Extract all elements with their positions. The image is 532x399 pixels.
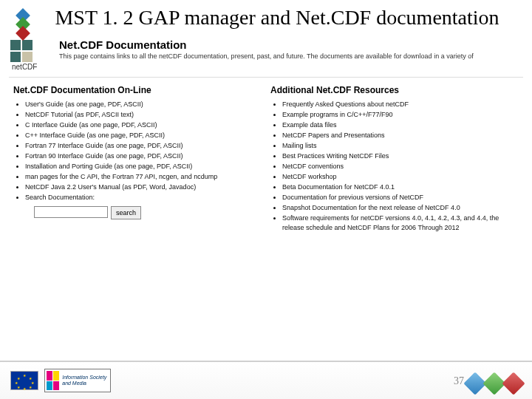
list-item[interactable]: Best Practices Writing NetCDF Files	[282, 151, 519, 162]
list-item[interactable]: NetCDF Tutorial (as PDF, ASCII text)	[25, 110, 262, 120]
diamond-icon-red	[502, 372, 525, 395]
svg-rect-7	[22, 52, 33, 62]
list-item[interactable]: NetCDF conventions	[282, 162, 519, 172]
list-item[interactable]: Beta Documentation for NetCDF 4.0.1	[282, 183, 519, 193]
right-column: Additional Net.CDF Resources Frequently …	[266, 85, 523, 233]
ism-icon	[47, 371, 59, 390]
right-heading: Additional Net.CDF Resources	[270, 85, 519, 95]
list-item[interactable]: Documentation for previous versions of N…	[282, 193, 519, 203]
list-item[interactable]: Frequently Asked Questions about netCDF	[282, 100, 519, 110]
list-item[interactable]: NetCDF Papers and Presentations	[282, 131, 519, 141]
list-item[interactable]: C++ Interface Guide (as one page, PDF, A…	[25, 131, 262, 141]
list-item[interactable]: Fortran 90 Interface Guide (as one page,…	[25, 151, 262, 162]
list-item[interactable]: User's Guide (as one page, PDF, ASCII)	[25, 100, 262, 110]
list-item[interactable]: NetCDF workshop	[282, 172, 519, 183]
netcdf-header: netCDF Net.CDF Documentation This page c…	[9, 38, 523, 78]
ism-label: Information Society and Media	[62, 375, 109, 386]
left-column: Net.CDF Documentation On-Line User's Gui…	[9, 85, 266, 233]
list-item[interactable]: Installation and Porting Guide (as one p…	[25, 162, 262, 172]
ism-badge: Information Society and Media	[44, 369, 111, 392]
search-input[interactable]	[34, 206, 108, 218]
slide-title: MST 1. 2 GAP manager and Net.CDF documen…	[0, 0, 532, 33]
list-item[interactable]: Software requirements for netCDF version…	[282, 214, 519, 234]
list-item[interactable]: Fortran 77 Interface Guide (as one page,…	[25, 141, 262, 151]
page-number: 37	[454, 375, 464, 387]
search-button[interactable]: search	[111, 206, 141, 219]
list-item[interactable]: Mailing lists	[282, 141, 519, 151]
list-item[interactable]: C Interface Guide (as one page, PDF, ASC…	[25, 120, 262, 131]
left-list: User's Guide (as one page, PDF, ASCII) N…	[13, 100, 262, 202]
list-item: Search Documentation:	[25, 193, 262, 203]
list-item[interactable]: Example data files	[282, 120, 519, 131]
list-item[interactable]: man pages for the C API, the Fortran 77 …	[25, 172, 262, 183]
footer: ★ ★ ★ ★ ★ ★ ★ ★ Information Society and …	[0, 361, 532, 399]
svg-rect-2	[16, 26, 30, 41]
svg-text:netCDF: netCDF	[12, 63, 37, 71]
footer-diamonds	[467, 375, 522, 392]
eu-flag-icon: ★ ★ ★ ★ ★ ★ ★ ★	[10, 371, 38, 390]
left-heading: Net.CDF Documentation On-Line	[13, 85, 262, 95]
netcdf-doc-intro: This page contains links to all the netC…	[59, 52, 474, 60]
netcdf-doc-block: netCDF Net.CDF Documentation This page c…	[9, 38, 523, 233]
right-list: Frequently Asked Questions about netCDF …	[270, 100, 519, 233]
netcdf-doc-title: Net.CDF Documentation	[59, 38, 474, 51]
list-item[interactable]: Snapshot Documentation for the next rele…	[282, 203, 519, 214]
list-item[interactable]: NetCDF Java 2.2 User's Manual (as PDF, W…	[25, 183, 262, 193]
list-item[interactable]: Example programs in C/C++/F77/F90	[282, 110, 519, 120]
caspar-logo: CASPAR	[4, 4, 46, 46]
svg-rect-6	[10, 52, 21, 62]
search-row: search	[34, 206, 262, 219]
